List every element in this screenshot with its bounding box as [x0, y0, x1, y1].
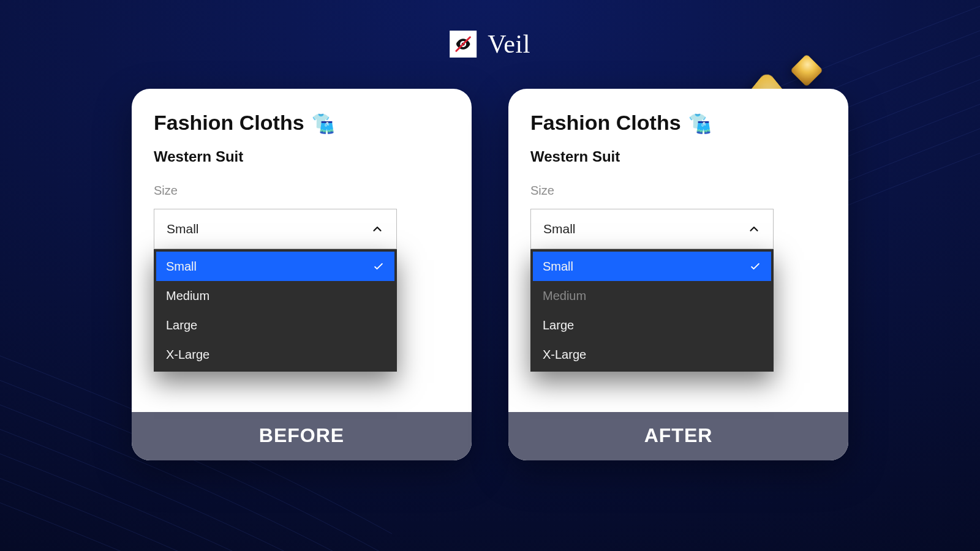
clothing-icon: 👕🩳: [312, 113, 333, 133]
card-title-text: Fashion Cloths: [530, 111, 681, 135]
size-option-medium[interactable]: Medium: [156, 281, 394, 310]
size-option-large[interactable]: Large: [533, 310, 771, 340]
check-icon: [749, 260, 761, 272]
brand-logo: Veil: [450, 29, 530, 59]
size-option-xlarge[interactable]: X-Large: [156, 340, 394, 369]
check-icon: [372, 260, 385, 272]
card-footer-label: AFTER: [508, 412, 848, 460]
card-title-text: Fashion Cloths: [154, 111, 304, 135]
card-title: Fashion Cloths 👕🩳: [530, 111, 826, 135]
veil-eye-slash-icon: [450, 31, 477, 58]
chevron-up-icon: [371, 222, 384, 236]
option-label: Medium: [166, 289, 209, 303]
size-option-small[interactable]: Small: [156, 252, 394, 281]
size-option-medium-hidden[interactable]: Medium: [533, 281, 771, 310]
size-select[interactable]: Small: [154, 209, 397, 249]
size-select[interactable]: Small: [530, 209, 774, 249]
before-card: Fashion Cloths 👕🩳 Western Suit Size Smal…: [132, 89, 472, 460]
card-subtitle: Western Suit: [154, 148, 450, 165]
brand-name: Veil: [488, 29, 530, 59]
card-title: Fashion Cloths 👕🩳: [154, 111, 450, 135]
size-label: Size: [530, 184, 826, 198]
clothing-icon: 👕🩳: [688, 113, 709, 133]
size-menu: Small Medium Large X-Large: [154, 249, 397, 372]
card-subtitle: Western Suit: [530, 148, 826, 165]
size-option-small[interactable]: Small: [533, 252, 771, 281]
option-label: Small: [166, 260, 197, 274]
after-card: Fashion Cloths 👕🩳 Western Suit Size Smal…: [508, 89, 848, 460]
option-label: X-Large: [166, 348, 209, 362]
option-label: Large: [543, 318, 574, 332]
option-label: Small: [543, 260, 573, 274]
chevron-up-icon: [747, 222, 761, 236]
card-footer-label: BEFORE: [132, 412, 472, 460]
size-option-xlarge[interactable]: X-Large: [533, 340, 771, 369]
option-label: Medium: [543, 289, 586, 303]
size-menu: Small Medium Large X-Large: [530, 249, 774, 372]
size-select-value: Small: [543, 222, 576, 236]
option-label: Large: [166, 318, 197, 332]
size-label: Size: [154, 184, 450, 198]
option-label: X-Large: [543, 348, 586, 362]
size-option-large[interactable]: Large: [156, 310, 394, 340]
size-select-value: Small: [167, 222, 199, 236]
